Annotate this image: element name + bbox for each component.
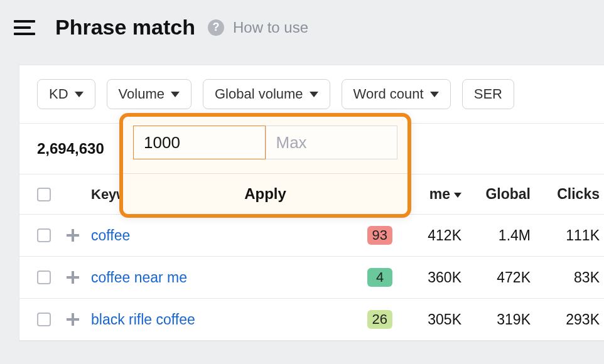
chevron-down-icon	[75, 92, 84, 97]
keyword-link[interactable]: black rifle coffee	[91, 311, 195, 328]
volume-max-input[interactable]	[266, 126, 398, 159]
volume-value: 412K	[392, 227, 461, 244]
column-clicks[interactable]: Clicks	[531, 186, 600, 203]
filter-global-volume[interactable]: Global volume	[203, 79, 330, 109]
filter-kd[interactable]: KD	[37, 79, 95, 109]
kd-badge: 93	[367, 226, 392, 245]
how-to-use-link[interactable]: How to use	[233, 19, 308, 36]
filter-volume[interactable]: Volume	[107, 79, 191, 109]
apply-button[interactable]: Apply	[123, 173, 407, 214]
global-value: 319K	[461, 311, 531, 328]
row-checkbox[interactable]	[37, 228, 51, 242]
column-volume-label: me	[429, 186, 450, 202]
filter-word-count[interactable]: Word count	[342, 79, 451, 109]
chevron-down-icon	[171, 92, 180, 97]
filter-global-volume-label: Global volume	[215, 86, 303, 102]
clicks-value: 83K	[531, 269, 600, 286]
row-checkbox[interactable]	[37, 270, 51, 284]
volume-filter-popover: Apply	[119, 113, 411, 218]
select-all-checkbox[interactable]	[37, 188, 51, 201]
sort-desc-icon	[454, 193, 461, 198]
help-icon[interactable]: ?	[208, 19, 224, 36]
add-to-list-icon[interactable]	[66, 270, 80, 284]
add-to-list-icon[interactable]	[66, 313, 80, 326]
filter-serp-label: SER	[474, 86, 502, 102]
table-row: coffee near me4360K472K83K	[19, 257, 604, 299]
volume-value: 360K	[392, 269, 461, 286]
global-value: 1.4M	[461, 227, 531, 244]
filter-kd-label: KD	[49, 86, 68, 102]
chevron-down-icon	[310, 92, 318, 97]
hamburger-menu-icon[interactable]	[14, 20, 35, 35]
filter-word-count-label: Word count	[353, 86, 424, 102]
row-checkbox[interactable]	[37, 313, 51, 326]
page-header: Phrase match ? How to use	[0, 0, 604, 46]
column-global[interactable]: Global	[461, 186, 531, 203]
add-to-list-icon[interactable]	[66, 228, 80, 242]
clicks-value: 111K	[531, 227, 600, 244]
table-row: coffee93412K1.4M111K	[19, 215, 604, 257]
volume-value: 305K	[392, 311, 461, 328]
clicks-value: 293K	[531, 311, 600, 328]
page-title: Phrase match	[55, 15, 195, 40]
keyword-link[interactable]: coffee	[91, 227, 130, 244]
kd-badge: 26	[367, 310, 392, 329]
keyword-link[interactable]: coffee near me	[91, 269, 187, 286]
chevron-down-icon	[430, 92, 439, 97]
kd-badge: 4	[367, 268, 392, 287]
volume-min-input[interactable]	[133, 126, 266, 159]
filter-serp[interactable]: SER	[462, 79, 514, 109]
global-value: 472K	[461, 269, 531, 286]
filter-volume-label: Volume	[119, 86, 164, 102]
table-row: black rifle coffee26305K319K293K	[19, 299, 604, 341]
